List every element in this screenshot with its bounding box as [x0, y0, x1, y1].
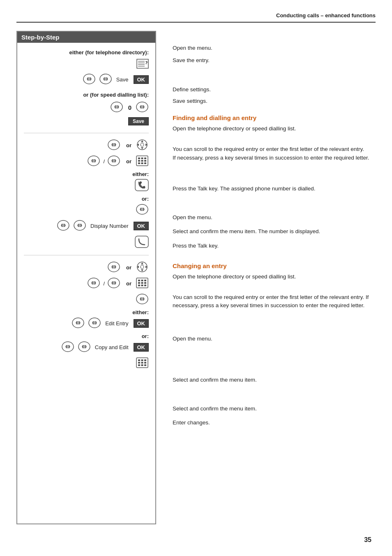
changing-text-6: Enter changes. — [173, 419, 376, 427]
ok-button-save[interactable]: OK — [134, 75, 149, 84]
svg-rect-138 — [141, 362, 143, 364]
change-nav-keypad-row: / or — [24, 277, 149, 290]
finding-text-4: Open the menu. — [173, 213, 376, 222]
svg-rect-70 — [62, 225, 65, 226]
svg-point-83 — [141, 265, 144, 269]
display-number-row: Display Number OK — [24, 220, 149, 232]
nav-icon-find-2 — [87, 155, 100, 168]
svg-rect-65 — [141, 208, 143, 210]
nav-icon-find — [107, 139, 120, 152]
either-label-2: either: — [24, 309, 149, 315]
svg-rect-55 — [144, 160, 146, 162]
save-btn-row: Save — [24, 117, 149, 125]
nav-icon-1 — [83, 73, 96, 86]
copy-edit-label: Copy and Edit — [95, 344, 129, 350]
or-text-chg-2: or — [126, 280, 131, 287]
finding-text-6: Press the Talk key. — [173, 242, 376, 250]
open-menu-row — [24, 59, 149, 70]
svg-rect-99 — [138, 280, 140, 281]
scroll-icon-chg — [136, 261, 149, 274]
save-button[interactable]: Save — [128, 117, 149, 125]
svg-rect-75 — [78, 225, 81, 226]
changing-text-4: Select and confirm the menu item. — [173, 376, 376, 384]
or-label-2: or: — [24, 333, 149, 339]
slash-sep: / — [103, 158, 105, 164]
keypad-icon-changes — [136, 357, 149, 370]
svg-rect-140 — [138, 364, 140, 366]
svg-rect-76 — [135, 236, 148, 248]
svg-rect-27 — [141, 106, 143, 108]
find-nav-or-scroll-row: or — [24, 139, 149, 152]
section-or-speed: or (for speed dialling list): — [24, 92, 149, 98]
svg-marker-36 — [141, 147, 143, 149]
svg-marker-85 — [141, 269, 143, 271]
ok-button-display[interactable]: OK — [134, 222, 149, 230]
changing-text-5: Select and confirm the menu item. — [173, 405, 376, 413]
svg-marker-35 — [141, 140, 143, 142]
finding-heading: Finding and dialling an entry — [173, 114, 376, 121]
svg-rect-132 — [83, 346, 85, 348]
step-by-step-box: Step-by-Step either (for telephone direc… — [16, 31, 156, 524]
finding-text-3: Press the Talk key. The assigned phone n… — [173, 185, 376, 193]
talk-key-icon: 📞 — [135, 179, 149, 192]
finding-text-2: You can scroll to the required entry or … — [173, 145, 376, 162]
save-ok-row: Save OK — [24, 73, 149, 86]
header-title: Conducting calls – enhanced functions — [276, 12, 376, 19]
talk-key-icon-2 — [135, 236, 149, 249]
edit-entry-row: Edit Entry OK — [24, 317, 149, 330]
page: Conducting calls – enhanced functions St… — [0, 0, 392, 556]
step-box-title: Step-by-Step — [17, 32, 155, 43]
nav-icon-ee-1 — [71, 317, 85, 330]
svg-rect-48 — [113, 160, 115, 162]
svg-rect-56 — [138, 162, 140, 164]
display-number-label: Display Number — [90, 223, 128, 229]
svg-rect-107 — [144, 285, 146, 286]
finding-text-1: Open the telephone directory or speed di… — [173, 125, 376, 133]
svg-rect-97 — [113, 282, 115, 284]
svg-rect-22 — [115, 106, 118, 108]
svg-rect-127 — [67, 346, 69, 348]
changing-text-2: You can scroll to the required entry or … — [173, 293, 376, 310]
svg-rect-102 — [138, 282, 140, 284]
save-label: Save — [116, 76, 129, 83]
ok-button-copy[interactable]: OK — [134, 343, 149, 352]
svg-rect-134 — [138, 359, 140, 361]
svg-rect-104 — [144, 282, 146, 284]
slash-sep-2: / — [103, 280, 105, 287]
svg-point-34 — [141, 143, 144, 146]
nav-icon-speed-2 — [136, 101, 149, 114]
svg-rect-92 — [92, 282, 95, 284]
page-number: 35 — [364, 536, 371, 544]
nav-icon-ce-2 — [78, 341, 91, 354]
edit-entry-label: Edit Entry — [105, 320, 128, 327]
svg-rect-137 — [138, 362, 140, 364]
svg-rect-58 — [144, 162, 146, 164]
menu-list-icon — [136, 59, 149, 70]
nav-icon-chg-menu — [136, 293, 149, 306]
either-label-1: either: — [24, 171, 149, 177]
svg-rect-52 — [144, 158, 146, 159]
nav-icon-ce-1 — [61, 341, 74, 354]
svg-rect-12 — [88, 78, 90, 80]
svg-rect-112 — [141, 298, 143, 300]
section-either-telephone: either (for telephone directory): — [24, 49, 149, 56]
nav-icon-ee-2 — [88, 317, 101, 330]
svg-rect-139 — [144, 362, 146, 364]
svg-rect-43 — [92, 160, 95, 162]
svg-rect-136 — [144, 359, 146, 361]
right-content: Open the menu. Save the entry. Define se… — [173, 44, 376, 427]
svg-rect-50 — [138, 158, 140, 159]
or-text-chg-1: or — [126, 264, 131, 271]
copy-edit-row: Copy and Edit OK — [24, 341, 149, 354]
svg-rect-135 — [141, 359, 143, 361]
svg-rect-103 — [141, 282, 143, 284]
svg-rect-51 — [141, 158, 143, 159]
enter-changes-keypad-row — [24, 357, 149, 370]
talk-key-row: 📞 — [24, 179, 149, 192]
nav-icon-find-3 — [107, 155, 120, 168]
ok-button-edit[interactable]: OK — [134, 319, 149, 328]
nav-icon-dn-1 — [57, 220, 70, 232]
svg-rect-54 — [141, 160, 143, 162]
or-text-2: or — [126, 158, 131, 164]
nav-icon-dn-2 — [73, 220, 86, 232]
